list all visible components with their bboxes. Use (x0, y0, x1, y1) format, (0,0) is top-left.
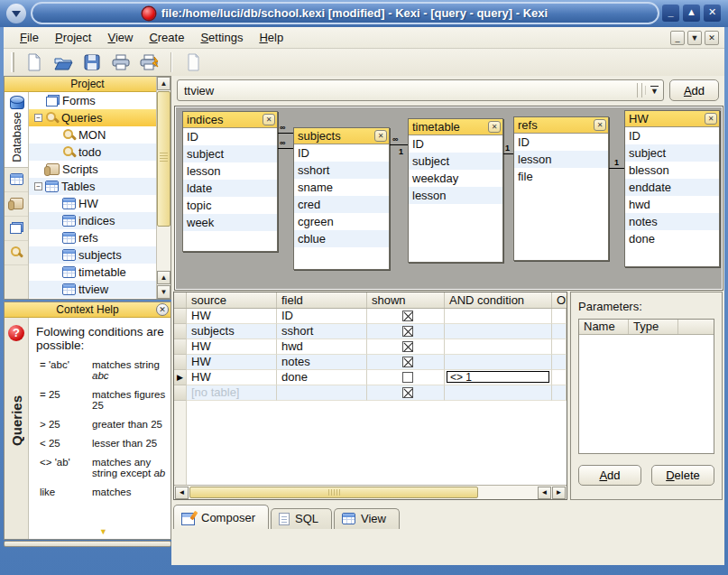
field-item[interactable]: cblue (294, 230, 389, 247)
relation-connector[interactable] (278, 133, 293, 134)
save-button[interactable] (79, 51, 105, 74)
current-row-marker-icon[interactable]: ▶ (174, 370, 187, 385)
parameter-delete-button[interactable]: Delete (651, 465, 714, 486)
close-button[interactable]: ✕ (704, 5, 721, 22)
row-selector[interactable] (174, 339, 187, 355)
dock-splitter-handle[interactable] (4, 541, 171, 547)
window-menu-button[interactable] (6, 4, 26, 23)
shown-checkbox[interactable] (402, 341, 413, 352)
relations-canvas[interactable]: indices ✕ ID subject lesson ldate topic … (174, 106, 723, 291)
object-name-combobox[interactable]: ttview ▼ (177, 79, 664, 101)
shown-checkbox[interactable] (402, 372, 413, 383)
tab-view[interactable]: View (334, 508, 400, 529)
menu-help[interactable]: Help (252, 29, 290, 46)
close-icon[interactable]: ✕ (488, 121, 501, 133)
tree-item-ttview[interactable]: ttview (29, 281, 156, 298)
sidebar-tab-forms[interactable] (5, 217, 28, 241)
tree-item-indices[interactable]: indices (29, 212, 156, 229)
tab-sql[interactable]: SQL (271, 508, 332, 529)
row-selector[interactable] (174, 355, 187, 370)
param-column-type[interactable]: Type (629, 320, 678, 334)
mdi-restore-button[interactable]: ▼ (687, 31, 702, 45)
field-item[interactable]: blesson (625, 162, 719, 179)
param-column-name[interactable]: Name (579, 320, 629, 334)
shown-checkbox[interactable] (402, 326, 413, 337)
scroll-down-icon[interactable]: ▼ (157, 285, 170, 299)
field-item[interactable]: lesson (409, 187, 502, 204)
field-item[interactable]: hwd (625, 196, 719, 213)
relation-connector[interactable] (503, 153, 513, 154)
open-file-button[interactable] (51, 51, 76, 74)
tree-item-timetable[interactable]: timetable (29, 264, 156, 281)
project-panel-header[interactable]: Project ✕ (5, 77, 170, 92)
parameter-add-button[interactable]: Add (578, 465, 641, 486)
tree-item-forms[interactable]: Forms (29, 92, 156, 109)
new-file-button[interactable] (22, 51, 47, 74)
scroll-up-icon[interactable]: ▲ (157, 77, 170, 90)
table-box-header[interactable]: subjects ✕ (294, 128, 389, 144)
column-header-or[interactable]: OR (552, 292, 567, 308)
menu-file[interactable]: File (13, 29, 46, 46)
scroll-right-icon[interactable]: ► (552, 487, 566, 499)
field-item[interactable]: subject (409, 153, 502, 170)
relation-connector[interactable] (278, 148, 293, 149)
shown-checkbox[interactable] (402, 357, 413, 367)
collapse-icon[interactable]: − (34, 114, 42, 122)
field-item[interactable]: sshort (294, 162, 389, 179)
scrollbar-thumb[interactable] (189, 487, 478, 498)
field-item[interactable]: weekday (409, 170, 502, 187)
column-header-shown[interactable]: shown (367, 292, 445, 308)
field-item[interactable]: file (514, 168, 608, 185)
field-item[interactable]: week (183, 214, 277, 231)
mdi-minimize-button[interactable]: _ (670, 31, 685, 45)
menu-project[interactable]: Project (48, 29, 98, 46)
table-box-subjects[interactable]: subjects ✕ ID sshort sname cred cgreen c… (293, 127, 390, 270)
column-header-field[interactable]: field (277, 292, 367, 308)
sidebar-tab-database[interactable]: Database (5, 92, 28, 168)
print-button[interactable] (108, 51, 134, 74)
field-item[interactable]: ID (409, 135, 502, 153)
field-item[interactable]: notes (625, 213, 719, 230)
table-box-header[interactable]: refs ✕ (514, 117, 608, 134)
grid-row[interactable]: HW ID (174, 309, 567, 324)
field-item[interactable]: lesson (514, 151, 608, 168)
sidebar-tab-scripts[interactable] (5, 192, 28, 217)
scroll-left-icon[interactable]: ◄ (538, 487, 551, 499)
menu-settings[interactable]: Settings (193, 29, 250, 46)
scroll-down-indicator-icon[interactable]: ▼ (99, 527, 107, 536)
tree-item-hw[interactable]: HW (29, 195, 156, 212)
shown-checkbox[interactable] (402, 387, 413, 398)
condition-editor-input[interactable]: <> 1 (447, 371, 549, 383)
field-item[interactable]: lesson (183, 162, 277, 180)
field-item[interactable]: subject (625, 144, 719, 162)
field-item[interactable]: ID (514, 134, 608, 151)
tree-item-refs[interactable]: refs (29, 229, 156, 246)
row-selector[interactable] (174, 309, 187, 324)
field-item[interactable]: ID (625, 127, 719, 144)
project-tree-scrollbar[interactable]: ▲ ▲ ▼ (156, 77, 170, 299)
row-selector[interactable] (174, 385, 187, 401)
mdi-close-button[interactable]: ✕ (705, 31, 719, 45)
maximize-button[interactable]: ▲ (683, 5, 700, 22)
table-box-header[interactable]: HW ✕ (625, 111, 719, 127)
grid-row[interactable]: HW hwd (174, 339, 567, 355)
table-box-refs[interactable]: refs ✕ ID lesson file (513, 116, 609, 261)
field-item[interactable]: done (625, 230, 719, 247)
add-object-button[interactable]: Add (669, 79, 719, 101)
tree-item-scripts[interactable]: Scripts (29, 161, 156, 178)
tree-item-mon[interactable]: MON (29, 126, 156, 144)
context-help-close-icon[interactable]: ✕ (156, 303, 169, 316)
field-item[interactable]: cgreen (294, 213, 389, 230)
menu-view[interactable]: View (100, 29, 140, 46)
field-item[interactable]: ldate (183, 180, 277, 197)
table-box-header[interactable]: indices ✕ (183, 112, 277, 128)
scroll-left-icon[interactable]: ◄ (175, 487, 189, 499)
table-box-indices[interactable]: indices ✕ ID subject lesson ldate topic … (182, 111, 278, 252)
field-item[interactable]: ID (183, 128, 277, 145)
field-item[interactable]: cred (294, 196, 389, 213)
parameters-table[interactable]: Name Type (578, 319, 714, 454)
close-icon[interactable]: ✕ (263, 114, 275, 125)
chevron-down-icon[interactable]: ▼ (645, 86, 663, 96)
tree-item-todo[interactable]: todo (29, 144, 156, 161)
grid-row-current[interactable]: ▶ HW done <> 1 (174, 370, 567, 385)
